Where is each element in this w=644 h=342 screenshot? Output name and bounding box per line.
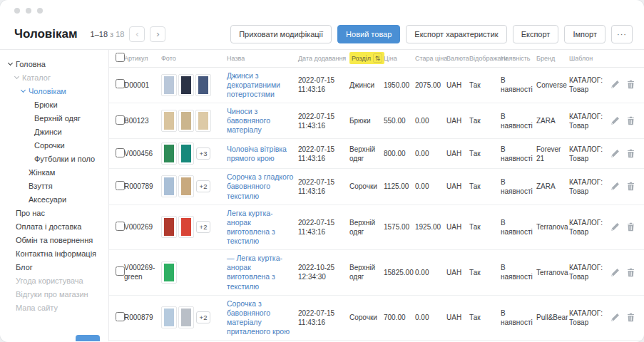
col-header-currency[interactable]: Валюта — [444, 50, 467, 67]
export-button[interactable]: Експорт — [513, 25, 559, 43]
edit-icon[interactable] — [610, 313, 620, 323]
more-actions-button[interactable]: ··· — [611, 25, 633, 43]
chat-widget-button[interactable] — [76, 335, 100, 341]
pagination-range: 1–18 — [91, 30, 108, 38]
sidebar-item-label: Каталог — [22, 73, 51, 82]
sidebar-item-16[interactable]: Угода користувача — [0, 274, 108, 287]
col-header-name[interactable]: Назва — [225, 50, 296, 67]
price-cell: 1950.00 — [384, 81, 409, 89]
delete-icon[interactable] — [626, 149, 636, 159]
hide-modifications-button[interactable]: Приховати модифікації — [230, 25, 332, 43]
col-header-display[interactable]: Відображати — [467, 50, 499, 67]
more-photos-badge[interactable]: +3 — [196, 147, 210, 160]
prev-page-button[interactable]: ‹ — [129, 26, 145, 42]
sidebar-item-10[interactable]: Аксесуари — [0, 192, 108, 206]
product-name-link[interactable]: Чиноси з бавовняного матеріалу — [227, 107, 294, 135]
col-header-article[interactable]: Артикул — [122, 50, 159, 67]
product-name-link[interactable]: Легка куртка-анорак виготовлена з тексти… — [227, 209, 294, 247]
article-cell: V000456 — [124, 150, 153, 157]
sidebar-item-15[interactable]: Блог — [0, 260, 108, 274]
edit-icon[interactable] — [610, 80, 620, 90]
col-header-section-label: Розділ — [352, 55, 371, 62]
sidebar-item-7[interactable]: Футболки и поло — [0, 152, 108, 165]
product-photo — [195, 74, 211, 96]
template-cell: КАТАЛОГ: Товар — [569, 178, 603, 195]
product-photo — [178, 110, 194, 132]
price-cell: 1575.00 — [384, 223, 409, 231]
product-photo — [178, 306, 194, 328]
product-table: Артикул Фото Назва Дата додавання Розділ… — [109, 50, 644, 341]
sidebar-item-4[interactable]: Верхній одяг — [0, 111, 108, 125]
product-photo — [161, 142, 177, 165]
col-header-availability[interactable]: Наявність — [499, 50, 534, 67]
window-control-dot[interactable] — [14, 8, 20, 14]
sidebar-item-18[interactable]: Мапа сайту — [0, 301, 108, 314]
sidebar-item-12[interactable]: Оплата і доставка — [0, 219, 108, 233]
sidebar-item-17[interactable]: Відгуки про магазин — [0, 287, 108, 301]
sidebar-item-9[interactable]: Взуття — [0, 179, 108, 192]
edit-icon[interactable] — [610, 222, 620, 232]
sidebar-item-11[interactable]: Про нас — [0, 206, 108, 219]
import-button[interactable]: Імпорт — [564, 25, 605, 43]
sort-icon[interactable]: ⇅ — [373, 53, 382, 63]
sidebar-item-5[interactable]: Джинси — [0, 125, 108, 138]
window-control-dot[interactable] — [26, 8, 31, 14]
product-photo — [195, 110, 211, 132]
sidebar-item-label: Мапа сайту — [16, 304, 58, 312]
sidebar-item-13[interactable]: Обмін та повернення — [0, 233, 108, 247]
product-photos — [161, 261, 223, 284]
old-price-cell: 0.00 — [415, 117, 429, 125]
new-product-button[interactable]: Новий товар — [337, 25, 400, 43]
delete-icon[interactable] — [626, 182, 636, 192]
sidebar-item-label: Аксесуари — [29, 195, 66, 204]
delete-icon[interactable] — [626, 116, 636, 126]
chevron-down-icon — [20, 88, 29, 94]
product-name-link[interactable]: — Легка куртка-анорак виготовлена з текс… — [227, 254, 294, 291]
delete-icon[interactable] — [626, 80, 636, 90]
edit-icon[interactable] — [610, 268, 620, 278]
col-header-date-added[interactable]: Дата додавання — [296, 50, 347, 67]
sidebar-item-6[interactable]: Сорочки — [0, 138, 108, 152]
product-photos: +2 — [161, 175, 223, 197]
edit-icon[interactable] — [610, 116, 620, 126]
window-control-dot[interactable] — [37, 8, 43, 14]
col-header-price[interactable]: Ціна — [382, 50, 413, 67]
sidebar-item-label: Взуття — [29, 182, 53, 190]
product-name-link[interactable]: Чоловіча вітрівка прямого крою — [227, 145, 294, 163]
export-characteristics-button[interactable]: Експорт характеристик — [406, 25, 506, 43]
delete-icon[interactable] — [626, 313, 636, 323]
product-name-link[interactable]: Джинси з декоративними потертостями — [227, 71, 294, 99]
sidebar-item-1[interactable]: Каталог — [0, 71, 108, 84]
more-photos-badge[interactable]: +2 — [196, 180, 210, 192]
delete-icon[interactable] — [626, 222, 636, 232]
next-page-button[interactable]: › — [150, 26, 165, 42]
section-cell: Джинси — [349, 81, 374, 89]
product-name-link[interactable]: Сорочка з бавовняного матеріалу притален… — [227, 299, 294, 337]
more-photos-badge[interactable]: +2 — [196, 311, 210, 323]
product-name-link[interactable]: Сорочка з гладкого бавовняного текстилю — [227, 172, 294, 200]
sidebar-item-label: Оплата і доставка — [16, 222, 81, 231]
col-header-brand[interactable]: Бренд — [534, 50, 567, 67]
col-header-old-price[interactable]: Стара ціна — [413, 50, 444, 67]
col-header-section[interactable]: Розділ ⇅ — [349, 52, 384, 64]
col-header-template[interactable]: Шаблон — [567, 50, 605, 67]
section-cell: Верхній одяг — [349, 145, 375, 162]
sidebar-item-label: Про нас — [16, 209, 45, 217]
sidebar-item-0[interactable]: Головна — [0, 57, 108, 71]
edit-icon[interactable] — [610, 149, 620, 159]
old-price-cell: 2075.00 — [415, 81, 441, 89]
sidebar-item-14[interactable]: Контактна інформація — [0, 247, 108, 260]
product-photo — [161, 175, 177, 197]
sidebar-item-2[interactable]: Чоловікам — [0, 84, 108, 98]
product-photo — [178, 142, 194, 165]
sidebar-item-3[interactable]: Брюки — [0, 98, 108, 111]
sidebar-item-8[interactable]: Жінкам — [0, 165, 108, 179]
delete-icon[interactable] — [626, 268, 636, 278]
more-photos-badge[interactable]: +2 — [196, 221, 210, 233]
sidebar-item-label: Обмін та повернення — [16, 236, 93, 244]
table-row: V000269-green — Легка куртка-анорак виго… — [109, 250, 644, 296]
display-cell: Так — [469, 117, 481, 125]
currency-cell: UAH — [446, 314, 461, 321]
currency-cell: UAH — [446, 117, 461, 125]
edit-icon[interactable] — [610, 182, 620, 192]
